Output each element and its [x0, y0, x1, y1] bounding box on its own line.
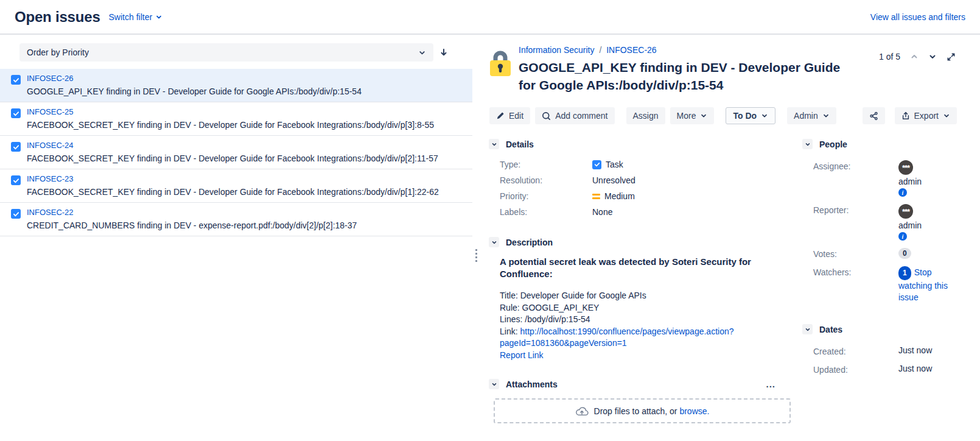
reporter-label: Reporter: [813, 204, 898, 241]
report-link[interactable]: Report Link [500, 350, 544, 360]
issue-text: INFOSEC-26 GOOGLE_API_KEY finding in DEV… [27, 74, 362, 97]
issue-key-link[interactable]: INFOSEC-24 [27, 141, 74, 150]
next-issue-button[interactable] [928, 52, 937, 61]
share-icon [869, 111, 878, 121]
attachments-more-button[interactable]: ... [762, 378, 779, 390]
chevron-down-icon [761, 112, 768, 119]
assignee-name: admin [898, 177, 922, 186]
issue-list-item[interactable]: INFOSEC-22 CREDIT_CARD_NUMBERS finding i… [0, 203, 472, 236]
breadcrumb-separator: / [599, 45, 601, 55]
arrow-down-icon [439, 48, 449, 57]
view-all-issues-link[interactable]: View all issues and filters [870, 12, 965, 22]
description-section: Description A potential secret leak was … [489, 237, 791, 361]
votes-field: Votes: 0 [802, 244, 980, 263]
issue-list-item[interactable]: INFOSEC-23 FACEBOOK_SECRET_KEY finding i… [0, 169, 472, 203]
edit-label: Edit [509, 111, 523, 121]
edit-button[interactable]: Edit [489, 107, 530, 124]
issue-head-main: Information Security / INFOSEC-26 GOOGLE… [519, 44, 859, 94]
details-title: Details [506, 139, 534, 149]
switch-filter-dropdown[interactable]: Switch filter [109, 12, 163, 22]
export-dropdown-button[interactable]: Export [895, 107, 957, 124]
chevron-down-icon [155, 13, 163, 21]
created-value: Just now [898, 345, 980, 356]
labels-field: Labels: None [489, 204, 791, 220]
project-lock-icon [489, 47, 511, 77]
sort-direction-button[interactable] [433, 43, 454, 62]
attachment-dropzone[interactable]: Drop files to attach, or browse. [494, 398, 791, 423]
issue-text: INFOSEC-22 CREDIT_CARD_NUMBERS finding i… [27, 208, 357, 231]
people-section: People Assignee: *** admin i Repo [802, 139, 980, 307]
previous-issue-button[interactable] [910, 52, 919, 61]
type-field: Type: Task [489, 157, 791, 172]
breadcrumb-issue-link[interactable]: INFOSEC-26 [606, 45, 656, 55]
details-section: Details Type: Task Resolution: Unr [489, 139, 791, 220]
issue-text: INFOSEC-24 FACEBOOK_SECRET_KEY finding i… [27, 141, 438, 164]
resolution-field: Resolution: Unresolved [489, 172, 791, 188]
issue-summary: CREDIT_CARD_NUMBERS finding in DEV - exp… [27, 220, 357, 231]
browse-link[interactable]: browse. [679, 406, 709, 416]
more-dropdown-button[interactable]: More [670, 107, 715, 124]
assignee-avatar[interactable]: *** [898, 160, 913, 175]
share-button[interactable] [863, 107, 885, 124]
collapse-dates-button[interactable] [802, 324, 813, 334]
created-label: Created: [813, 345, 898, 356]
panel-resize-handle[interactable] [472, 35, 481, 440]
cloud-upload-icon [575, 406, 589, 416]
page-title: Open issues [15, 9, 100, 26]
assign-button[interactable]: Assign [626, 107, 665, 124]
watchers-label: Watchers: [813, 266, 898, 303]
issue-header: Information Security / INFOSEC-26 GOOGLE… [487, 44, 980, 94]
page-header: Open issues Switch filter View all issue… [0, 0, 980, 35]
type-label: Type: [500, 160, 592, 169]
comment-bubble-icon [542, 111, 551, 121]
priority-value: Medium [604, 191, 635, 201]
export-icon [901, 111, 910, 121]
chevron-down-icon [418, 49, 426, 57]
issue-checkbox[interactable] [11, 75, 21, 85]
labels-value: None [592, 207, 791, 217]
pager-position: 1 of 5 [879, 52, 900, 62]
dropzone-text: Drop files to attach, or [594, 406, 680, 416]
issue-checkbox[interactable] [11, 142, 21, 152]
updated-label: Updated: [813, 364, 898, 375]
priority-medium-icon [592, 194, 600, 199]
confluence-page-link[interactable]: http://localhost:1990/confluence/pages/v… [500, 326, 734, 348]
issue-summary: FACEBOOK_SECRET_KEY finding in DEV - Dev… [27, 187, 439, 197]
issue-checkbox[interactable] [11, 108, 21, 118]
issue-key-link[interactable]: INFOSEC-23 [27, 174, 74, 183]
export-label: Export [914, 111, 939, 121]
issue-key-link[interactable]: INFOSEC-25 [27, 107, 74, 116]
issue-list-item[interactable]: INFOSEC-24 FACEBOOK_SECRET_KEY finding i… [0, 136, 472, 169]
breadcrumb-project-link[interactable]: Information Security [519, 45, 595, 55]
issue-checkbox[interactable] [11, 175, 21, 185]
order-by-select[interactable]: Order by Priority [19, 43, 433, 62]
description-link-label: Link: [500, 326, 520, 336]
issue-key-link[interactable]: INFOSEC-26 [27, 74, 74, 83]
reporter-name: admin [898, 220, 922, 230]
issue-list-item[interactable]: INFOSEC-26 GOOGLE_API_KEY finding in DEV… [0, 69, 472, 102]
main-split: Order by Priority INFOSEC-26 GOOGLE_API_… [0, 35, 980, 440]
order-by-value: Order by Priority [27, 48, 89, 57]
add-comment-button[interactable]: Add comment [535, 107, 614, 124]
collapse-attachments-button[interactable] [489, 379, 499, 389]
collapse-description-button[interactable] [489, 237, 499, 247]
issue-list-item[interactable]: INFOSEC-25 FACEBOOK_SECRET_KEY finding i… [0, 102, 472, 136]
issue-checkbox[interactable] [11, 209, 21, 219]
add-comment-label: Add comment [555, 111, 607, 121]
expand-issue-button[interactable] [947, 52, 956, 62]
resolution-label: Resolution: [500, 175, 592, 185]
issue-key-link[interactable]: INFOSEC-22 [27, 208, 74, 217]
reporter-info-icon[interactable]: i [898, 232, 907, 241]
assignee-field: Assignee: *** admin i [802, 157, 980, 200]
reporter-avatar[interactable]: *** [898, 204, 913, 219]
votes-label: Votes: [813, 248, 898, 259]
switch-filter-label: Switch filter [109, 12, 153, 22]
description-line-lines: Lines: /body/div/p:15-54 [500, 314, 758, 326]
collapse-people-button[interactable] [802, 139, 813, 149]
assignee-info-icon[interactable]: i [898, 188, 907, 197]
collapse-details-button[interactable] [489, 139, 499, 149]
issue-text: INFOSEC-23 FACEBOOK_SECRET_KEY finding i… [27, 174, 439, 197]
status-dropdown-button[interactable]: To Do [726, 107, 775, 124]
status-label: To Do [733, 111, 757, 121]
admin-dropdown-button[interactable]: Admin [787, 107, 836, 124]
